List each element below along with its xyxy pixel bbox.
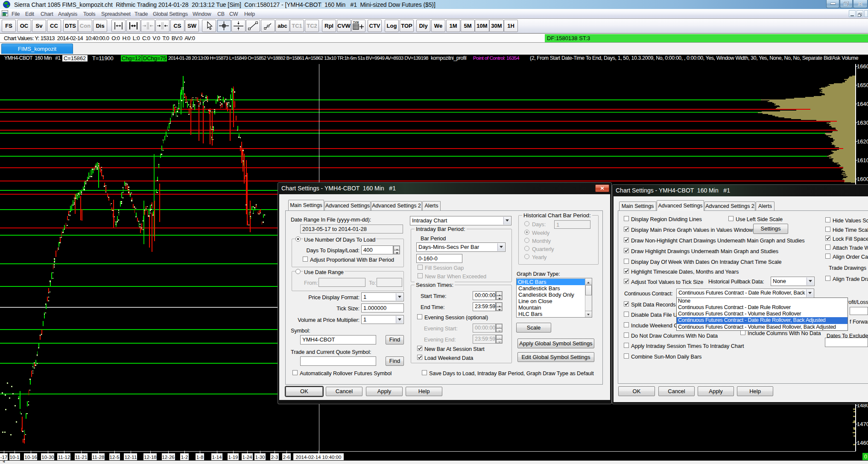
svg-text:10-16: 10-16 [24,455,37,460]
svg-text:11-21: 11-21 [75,455,88,460]
svg-text:10-1: 10-1 [9,455,19,460]
svg-text:14700: 14700 [857,421,868,427]
svg-text:16200: 16200 [857,138,868,145]
svg-text:1-14: 1-14 [212,455,222,460]
svg-text:16400: 16400 [857,101,868,107]
svg-text:1-2: 1-2 [181,455,188,460]
svg-text:12-18: 12-18 [144,455,156,460]
svg-text:16000: 16000 [857,176,868,182]
svg-text:16500: 16500 [857,82,868,88]
svg-text:1-24: 1-24 [242,455,252,460]
svg-text:TVW: TVW [353,21,359,23]
svg-text:10-30: 10-30 [41,455,54,460]
svg-text:12-11: 12-11 [125,455,137,460]
svg-text:11-28: 11-28 [92,455,105,460]
svg-text:2014-02-14 10:40:00: 2014-02-14 10:40:00 [296,455,342,460]
svg-text:1-30: 1-30 [255,455,265,460]
svg-text:11-12: 11-12 [58,455,70,460]
svg-text:12-26: 12-26 [162,455,174,460]
svg-text:0: 0 [864,454,867,460]
svg-text:16300: 16300 [857,120,868,126]
svg-text:2-6: 2-6 [283,455,290,460]
svg-text:1-19: 1-19 [228,455,238,460]
svg-text:2-3: 2-3 [271,455,278,460]
svg-text:16600: 16600 [857,63,868,70]
svg-text:14600: 14600 [857,440,868,446]
svg-text:1-8: 1-8 [196,455,204,460]
svg-text:16100: 16100 [857,157,868,163]
svg-text:12-5: 12-5 [109,455,119,460]
